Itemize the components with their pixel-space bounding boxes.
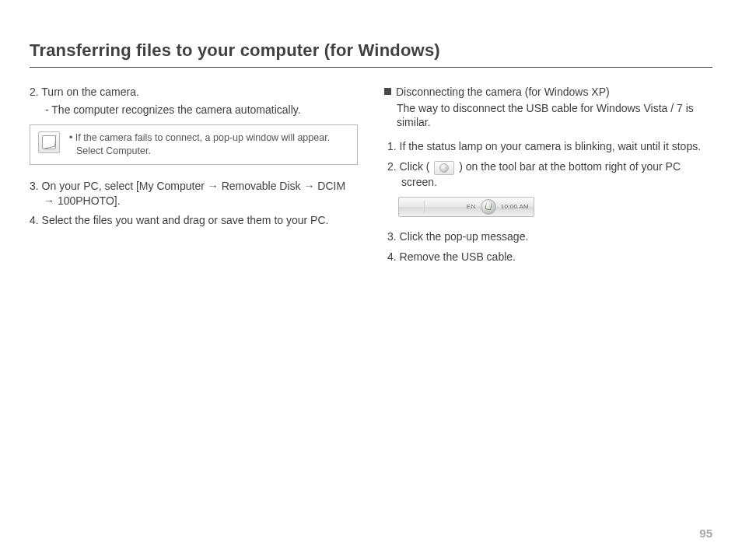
right-step-1: 1. If the status lamp on your camera is … (387, 139, 712, 154)
right-step-2: 2. Click ( ) on the tool bar at the bott… (387, 159, 712, 189)
right-steps: 1. If the status lamp on your camera is … (384, 139, 712, 264)
taskbar-lang-label: EN (467, 203, 476, 212)
taskbar-clock: 10:00 AM (501, 203, 529, 212)
left-step-2: 2. Turn on the camera. (30, 85, 358, 100)
left-step-4: 4. Select the files you want and drag or… (30, 213, 358, 228)
taskbar-illustration: EN 10:00 AM (398, 197, 534, 217)
left-step-2-sub: - The computer recognizes the camera aut… (30, 103, 358, 117)
right-column: Disconnecting the camera (for Windows XP… (384, 85, 712, 271)
right-step-3: 3. Click the pop-up message. (387, 229, 712, 244)
tip-box: • If the camera fails to connect, a pop-… (30, 124, 358, 165)
note-icon (38, 131, 60, 153)
left-column: 2. Turn on the camera. - The computer re… (30, 85, 358, 271)
section-header: Disconnecting the camera (for Windows XP… (384, 85, 712, 100)
page-title: Transferring files to your computer (for… (30, 39, 712, 68)
section-title: Disconnecting the camera (for Windows XP… (396, 85, 610, 100)
right-step-4: 4. Remove the USB cable. (387, 250, 712, 264)
square-bullet-icon (384, 88, 391, 95)
tip-text: • If the camera fails to connect, a pop-… (69, 131, 349, 158)
content-columns: 2. Turn on the camera. - The computer re… (30, 85, 712, 271)
section-description: The way to disconnect the USB cable for … (384, 101, 712, 131)
page-number: 95 (699, 526, 712, 541)
right-step-2a: 2. Click ( (387, 160, 429, 173)
taskbar-remove-hardware-icon (481, 199, 496, 215)
safely-remove-hardware-icon (434, 161, 454, 175)
left-step-3: 3. On your PC, select [My Computer → Rem… (30, 179, 358, 208)
